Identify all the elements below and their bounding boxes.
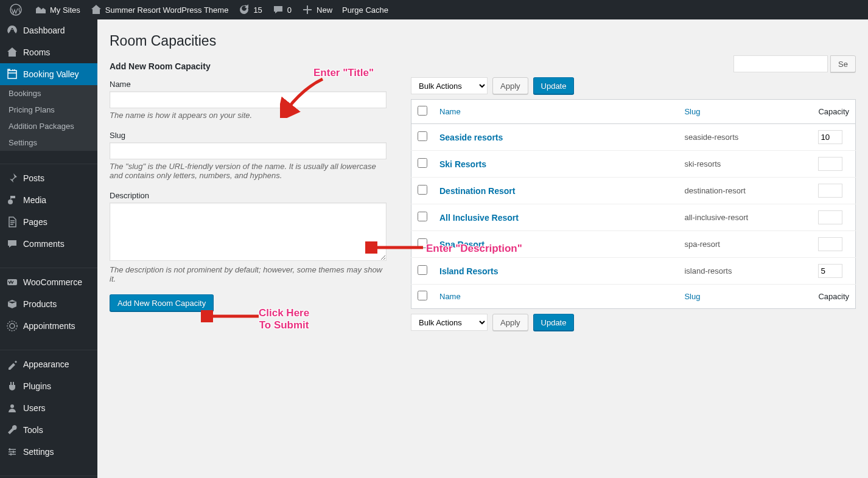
col-capacity: Capacity — [812, 285, 855, 309]
users-icon — [6, 402, 18, 414]
media-icon — [6, 194, 18, 206]
row-capacity-input[interactable] — [818, 237, 842, 251]
admin-bar: My Sites Summer Resort WordPress Theme 1… — [0, 0, 868, 19]
submenu-bookings[interactable]: Bookings — [0, 85, 97, 102]
new-content[interactable]: New — [296, 0, 337, 19]
bulk-actions-select-top[interactable]: Bulk Actions — [411, 77, 488, 94]
sidebar-item-dashboard[interactable]: Dashboard — [0, 19, 97, 41]
col-name[interactable]: Name — [433, 100, 678, 124]
description-hint: The description is not prominent by defa… — [110, 265, 387, 283]
slug-label: Slug — [110, 131, 387, 140]
row-capacity-input[interactable] — [818, 130, 842, 144]
submit-button[interactable]: Add New Room Capacity — [110, 294, 214, 311]
col-slug[interactable]: Slug — [678, 285, 812, 309]
sidebar-item-pages[interactable]: Pages — [0, 211, 97, 233]
plugins-icon — [6, 380, 18, 392]
add-form: Add New Room Capacity Name The name is h… — [110, 61, 387, 336]
pin-icon — [6, 172, 18, 184]
wordpress-icon — [10, 4, 22, 16]
description-label: Description — [110, 191, 387, 200]
bulk-actions-select-bottom[interactable]: Bulk Actions — [411, 314, 488, 331]
submenu-pricing-plans[interactable]: Pricing Plans — [0, 102, 97, 118]
submenu-addition-packages[interactable]: Addition Packages — [0, 118, 97, 134]
row-slug: ski-resorts — [678, 151, 812, 178]
row-slug: seaside-resorts — [678, 124, 812, 151]
row-slug: destination-resort — [678, 178, 812, 204]
sidebar-item-plugins[interactable]: Plugins — [0, 375, 97, 397]
row-slug: spa-resort — [678, 231, 812, 258]
row-name-link[interactable]: Destination Resort — [439, 186, 515, 196]
row-capacity-input[interactable] — [818, 157, 842, 171]
separator — [0, 154, 97, 164]
row-capacity-input[interactable] — [818, 210, 842, 224]
separator — [0, 258, 97, 268]
sidebar-item-media[interactable]: Media — [0, 189, 97, 211]
new-label: New — [317, 5, 332, 15]
dashboard-icon — [6, 24, 18, 36]
sidebar-item-booking-valley[interactable]: Booking Valley — [0, 63, 97, 85]
list-area: Se Bulk Actions Apply Update Name Slug — [411, 61, 856, 336]
table-row: Spa Resortspa-resort — [411, 231, 856, 258]
updates[interactable]: 15 — [233, 0, 267, 19]
update-button-top[interactable]: Update — [533, 77, 575, 94]
description-input[interactable] — [110, 203, 387, 261]
select-all-top[interactable] — [418, 106, 427, 116]
tools-icon — [6, 424, 18, 436]
form-title: Add New Room Capacity — [110, 61, 387, 71]
row-capacity-input[interactable] — [818, 264, 842, 278]
sidebar-item-users[interactable]: Users — [0, 397, 97, 419]
comments-icon — [6, 238, 18, 250]
row-capacity-input[interactable] — [818, 184, 842, 198]
sidebar-item-woocommerce[interactable]: WooCommerce — [0, 271, 97, 293]
my-sites-label: My Sites — [50, 5, 80, 15]
site-name-label: Summer Resort WordPress Theme — [105, 5, 229, 15]
row-name-link[interactable]: Seaside resorts — [439, 133, 503, 142]
name-input[interactable] — [110, 91, 387, 108]
sidebar-item-appearance[interactable]: Appearance — [0, 353, 97, 375]
row-slug: island-resorts — [678, 258, 812, 285]
row-name-link[interactable]: Spa Resort — [439, 240, 485, 249]
sidebar-item-appointments[interactable]: Appointments — [0, 315, 97, 337]
table-row: Seaside resortsseaside-resorts — [411, 124, 856, 151]
col-name[interactable]: Name — [433, 285, 678, 309]
apply-button-top[interactable]: Apply — [492, 77, 528, 94]
row-name-link[interactable]: All Inclusive Resort — [439, 213, 519, 223]
search-input[interactable] — [733, 55, 828, 72]
site-name[interactable]: Summer Resort WordPress Theme — [85, 0, 234, 19]
row-checkbox[interactable] — [418, 185, 427, 195]
table-row: All Inclusive Resortall-inclusive-resort — [411, 204, 856, 231]
row-checkbox[interactable] — [418, 158, 427, 168]
row-checkbox[interactable] — [418, 212, 427, 221]
name-label: Name — [110, 80, 387, 89]
comment-icon — [272, 4, 284, 16]
row-checkbox[interactable] — [418, 131, 427, 141]
purge-cache[interactable]: Purge Cache — [337, 0, 393, 19]
row-name-link[interactable]: Island Resorts — [439, 266, 498, 276]
slug-input[interactable] — [110, 142, 387, 159]
sidebar-item-rooms[interactable]: Rooms — [0, 41, 97, 63]
woocommerce-icon — [6, 276, 18, 288]
wp-logo[interactable] — [5, 0, 30, 19]
row-name-link[interactable]: Ski Resorts — [439, 159, 486, 169]
row-checkbox[interactable] — [418, 238, 427, 248]
sidebar-item-comments[interactable]: Comments — [0, 233, 97, 255]
search-button[interactable]: Se — [830, 55, 856, 72]
select-all-bottom[interactable] — [418, 291, 427, 300]
apply-button-bottom[interactable]: Apply — [492, 314, 528, 331]
svg-point-1 — [8, 199, 13, 204]
svg-point-5 — [10, 404, 14, 408]
sidebar-label: Dashboard — [23, 26, 65, 35]
sidebar-item-posts[interactable]: Posts — [0, 167, 97, 189]
comments-ab[interactable]: 0 — [267, 0, 296, 19]
my-sites[interactable]: My Sites — [30, 0, 85, 19]
sidebar-item-settings[interactable]: Settings — [0, 441, 97, 463]
table-row: Island Resortsisland-resorts — [411, 258, 856, 285]
name-hint: The name is how it appears on your site. — [110, 111, 387, 120]
sidebar-item-products[interactable]: Products — [0, 293, 97, 315]
col-slug[interactable]: Slug — [678, 100, 812, 124]
row-checkbox[interactable] — [418, 265, 427, 275]
sidebar-item-tools[interactable]: Tools — [0, 419, 97, 441]
col-capacity: Capacity — [812, 100, 855, 124]
submenu-settings[interactable]: Settings — [0, 134, 97, 151]
update-button-bottom[interactable]: Update — [533, 314, 575, 331]
